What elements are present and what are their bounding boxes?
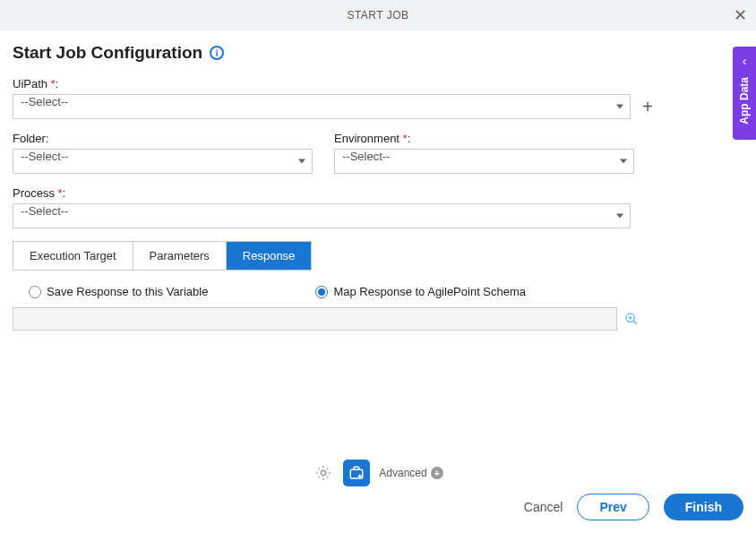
uipath-label-text: UiPath — [13, 77, 47, 90]
search-zoom-icon[interactable] — [624, 312, 639, 326]
response-input[interactable] — [13, 307, 617, 331]
folder-label: Folder: — [13, 132, 313, 145]
folder-group: Folder: --Select-- — [13, 132, 313, 174]
tabs: Execution Target Parameters Response — [13, 241, 312, 271]
process-select[interactable]: --Select-- — [13, 203, 631, 228]
uipath-group: UiPath *: --Select-- + — [13, 77, 743, 119]
page-title-row: Start Job Configuration i — [13, 43, 743, 63]
advanced-label: Advanced — [379, 467, 426, 479]
svg-line-1 — [633, 321, 637, 324]
toolbox-button[interactable] — [343, 460, 370, 486]
footer-tools: Advanced + — [0, 460, 756, 486]
environment-group: Environment *: --Select-- — [334, 132, 634, 174]
advanced-link[interactable]: Advanced + — [379, 467, 442, 479]
process-label-text: Process — [13, 186, 55, 200]
close-icon[interactable]: ✕ — [734, 5, 747, 25]
response-input-row — [13, 307, 743, 331]
finish-button[interactable]: Finish — [664, 494, 743, 520]
gear-icon — [314, 464, 332, 482]
settings-button[interactable] — [313, 462, 334, 484]
chevron-left-icon: ‹ — [743, 54, 747, 68]
app-data-label: App Data — [738, 77, 751, 125]
app-data-panel-tab[interactable]: ‹ App Data — [733, 47, 756, 140]
cancel-button[interactable]: Cancel — [524, 500, 563, 514]
modal-title: START JOB — [347, 9, 408, 21]
prev-button[interactable]: Prev — [577, 494, 649, 520]
radio-icon — [315, 286, 328, 298]
radio-save-label: Save Response to this Variable — [47, 285, 208, 298]
folder-select[interactable]: --Select-- — [13, 149, 313, 174]
radio-map-response[interactable]: Map Response to AgilePoint Schema — [315, 285, 526, 298]
add-uipath-button[interactable]: + — [638, 97, 657, 116]
colon: : — [56, 77, 59, 90]
colon: : — [408, 132, 411, 145]
process-group: Process *: --Select-- — [13, 186, 743, 228]
uipath-select[interactable]: --Select-- — [13, 94, 631, 119]
colon: : — [63, 186, 66, 200]
content: Start Job Configuration i UiPath *: --Se… — [0, 30, 756, 331]
svg-rect-5 — [351, 469, 364, 478]
briefcase-icon — [348, 465, 365, 481]
uipath-label: UiPath *: — [13, 77, 743, 90]
tab-parameters[interactable]: Parameters — [133, 242, 227, 270]
process-label: Process *: — [13, 186, 743, 200]
radio-map-label: Map Response to AgilePoint Schema — [333, 285, 526, 298]
radio-save-response[interactable]: Save Response to this Variable — [29, 285, 208, 298]
environment-label-text: Environment — [334, 132, 399, 145]
environment-select[interactable]: --Select-- — [334, 149, 634, 174]
radio-icon — [29, 286, 41, 298]
modal-header: START JOB ✕ — [0, 0, 756, 30]
page-title: Start Job Configuration — [13, 43, 202, 63]
tab-response[interactable]: Response — [227, 242, 312, 270]
response-radio-row: Save Response to this Variable Map Respo… — [13, 285, 743, 298]
info-icon[interactable]: i — [210, 46, 224, 60]
tab-execution-target[interactable]: Execution Target — [13, 242, 133, 270]
footer-actions: Cancel Prev Finish — [524, 494, 743, 520]
environment-label: Environment *: — [334, 132, 634, 145]
plus-circle-icon: + — [431, 467, 443, 479]
svg-point-4 — [322, 470, 326, 475]
